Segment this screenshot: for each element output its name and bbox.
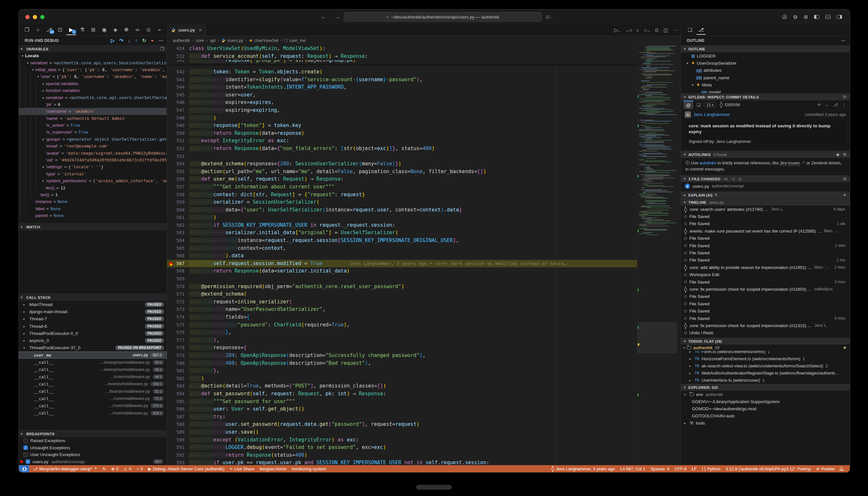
variable-row[interactable]: ▸special variables — [19, 80, 167, 87]
timeline-item[interactable]: File Saved — [681, 249, 850, 256]
code-line[interactable]: 577········), — [167, 337, 637, 344]
code-line[interactable]: 546············expires=expires, — [167, 99, 637, 107]
code-line[interactable]: 580············400: OpenApiResponse(desc… — [167, 360, 637, 367]
breadcrumb-item[interactable]: ⬡user_me — [284, 38, 306, 43]
code-editor[interactable]: 542········token: Token = Token.objects.… — [167, 45, 681, 465]
todos-header[interactable]: ▾TODOS: FLAT (39) — [681, 338, 850, 345]
code-line[interactable]: 585········"""Set password for user""" — [167, 398, 637, 406]
timeline-item[interactable]: File Saved — [681, 293, 850, 300]
sticky-line[interactable]: 512····def service_account(self, request… — [167, 52, 637, 60]
view-mode-icon[interactable]: ⊜ — [843, 176, 847, 181]
split-editor-icon[interactable]: ◫ — [664, 27, 668, 33]
step-back-icon[interactable]: ←○ — [625, 27, 631, 33]
activity-item-run-center[interactable]: ⊙ — [143, 25, 153, 35]
zoom-window-button[interactable] — [40, 15, 45, 19]
status-item-0[interactable]: ⊗0 — [109, 466, 121, 471]
variable-row[interactable]: ▾serializer=<authentik.core.api.users.Se… — [19, 59, 167, 66]
call-stack-header[interactable]: ▾CALL STACK — [19, 294, 167, 301]
todos-root-row[interactable]: ▾ authentik 39 — [681, 345, 850, 351]
code-line[interactable]: 568········return Response(data=serializ… — [167, 267, 637, 275]
settings-gear-icon[interactable]: ⚙ — [793, 14, 797, 20]
autolinks-settings-icon[interactable]: ⚙ — [843, 152, 847, 157]
outline-item-parent_name[interactable]: [@]parent_name — [681, 74, 850, 81]
status-item-jens-langhammer-3-years-ago[interactable]: Jens Langhammer, 3 years ago — [549, 466, 617, 471]
autolinks-diamond-icon[interactable]: ◆ — [836, 152, 839, 157]
variable-row[interactable]: len()=1 — [19, 191, 167, 198]
step-over-button[interactable]: ↷ — [119, 38, 123, 44]
timeline-item[interactable]: File Saved — [681, 307, 850, 314]
timeline-item[interactable]: File Saved1 wk — [681, 220, 850, 227]
status-item-python[interactable]: { }Python — [699, 466, 723, 471]
callstack-frame[interactable]: __call__…/brands/middleware.py31:1 — [19, 388, 167, 395]
record-icon[interactable]: ○ — [636, 27, 639, 33]
outline-item-UserGroupSerializer[interactable]: ▾❖UserGroupSerializer — [681, 59, 850, 66]
status-item-lifecycle-fix-debugger-setup[interactable]: ⎇lifecycle/fix-debugger-setup*⇡ — [31, 466, 99, 471]
code-line[interactable]: 556····def user_me(self, request: Reques… — [167, 175, 637, 183]
go-env-row[interactable]: ▾ env authentik — [681, 391, 850, 398]
callstack-frame[interactable]: __call__…/enterprise/middleware.py39:1 — [19, 366, 167, 373]
variable-row[interactable]: ▸'groups'=<generator object UserSelfSeri… — [19, 136, 167, 143]
status-item-monitoring-system[interactable]: monitoring-system — [290, 466, 328, 471]
history-forward-icon[interactable]: → — [335, 14, 340, 20]
breadcrumb-item[interactable]: api — [210, 38, 215, 43]
history-back-icon[interactable]: ← — [321, 14, 326, 20]
sticky-line[interactable]: 424class UserViewSet(UsedByMixin, ModelV… — [167, 45, 637, 52]
tab-users-py[interactable]: users.py × — [167, 25, 206, 36]
checkbox[interactable] — [24, 438, 28, 443]
code-line[interactable]: 590········except (ValidationError, Inte… — [167, 436, 637, 444]
timeline-item[interactable]: File Saved — [681, 300, 850, 307]
activity-item-search[interactable]: ⌕ — [33, 25, 43, 35]
variable-row[interactable]: ▾initial_data={'user': {'pk': 6, 'userna… — [19, 66, 167, 73]
toggle-primary-sidebar-icon[interactable] — [814, 15, 819, 19]
timeline-item[interactable]: Undo / Redo — [681, 329, 850, 337]
timeline-icon[interactable]: ⊙ — [654, 27, 659, 33]
timeline-item[interactable]: events: make sure password set event has… — [681, 227, 850, 234]
code-line[interactable]: 588············user.set_password(request… — [167, 421, 637, 429]
checkbox[interactable]: ✓ — [26, 459, 30, 464]
activity-item-github[interactable]: ◉ — [99, 25, 109, 35]
timeline-item[interactable]: File Saved3 mos — [681, 278, 850, 285]
callstack-frame[interactable]: __call__…/root/middleware.py275:1 — [19, 402, 167, 409]
outline-item-model[interactable]: [@]model — [681, 88, 850, 93]
callstack-frame[interactable]: __call__…/root/middleware.py318:1 — [19, 409, 167, 416]
toggle-panel-icon[interactable] — [825, 15, 831, 19]
graph-icon[interactable]: ⎇ — [833, 102, 838, 107]
code-line[interactable]: 561········) — [167, 214, 637, 221]
code-line[interactable]: 575················"password": CharField… — [167, 321, 637, 329]
status-item-lf[interactable]: LF — [689, 466, 699, 471]
variable-row[interactable]: 'type'='internal' — [19, 171, 167, 177]
variable-row[interactable]: ▸'system_permissions'=['access_admin_int… — [19, 177, 167, 184]
code-line[interactable]: 563············serializer.initial_data["… — [167, 229, 637, 237]
code-line[interactable]: 587········try: — [167, 413, 637, 421]
variable-row[interactable]: ▾Locals — [19, 52, 167, 59]
refresh-icon[interactable]: ↻ — [843, 94, 847, 99]
customize-layout-icon[interactable]: ⊞ — [804, 14, 808, 20]
code-line[interactable]: 593········if user.pk == request.user.pk… — [167, 459, 637, 465]
variable-row[interactable]: 'is_superuser'=True — [19, 129, 167, 136]
variable-row[interactable]: ▸function variables — [19, 87, 167, 94]
activity-item-azure[interactable]: ◈ — [110, 25, 120, 35]
code-line[interactable]: 582····) — [167, 375, 637, 383]
callstack-thread[interactable]: ▾ThreadPoolExecutor-37_0PAUSED ON BREAKP… — [19, 344, 167, 352]
variable-row[interactable]: 'username'='akadmin' — [19, 108, 167, 115]
todo-item[interactable]: ▸TSForm.ts (web/src/elements/forms)1 — [681, 351, 770, 355]
explorer-go-header[interactable]: ▾EXPLORER: GO — [681, 384, 850, 391]
code-line[interactable]: 548········) — [167, 114, 637, 122]
variable-row[interactable]: label=None — [19, 205, 167, 212]
variable-row[interactable]: parent=None — [19, 212, 167, 219]
variable-row[interactable]: 'name'='authentik Default Admin' — [19, 115, 167, 122]
code-line[interactable]: 551····except IntegrityError as exc: — [167, 137, 637, 145]
activity-item-live-share[interactable]: ∞ — [133, 25, 142, 35]
status-item-0[interactable]: ⚠0 — [122, 466, 134, 471]
continue-button[interactable]: ▷ — [111, 38, 115, 44]
status-item-beryjuio-home[interactable]: beryjuio-home — [257, 466, 289, 471]
minimize-window-button[interactable] — [33, 15, 37, 19]
minimap[interactable] — [637, 45, 677, 465]
variable-row[interactable]: 'uid'='49d24724dfa590a20fb5961e9c6673cd1… — [19, 157, 167, 164]
file-changed-header[interactable]: ▾1 FILE CHANGED +0 ~1 -0 ⊜ — [681, 175, 850, 182]
step-out-button[interactable]: ↑ — [135, 38, 138, 44]
timeline-header[interactable]: ▾TIMELINE users.py — [681, 199, 850, 206]
code-line[interactable]: 557········"""Get information about curr… — [167, 183, 637, 191]
copy-value-icon[interactable]: ❐ — [160, 46, 164, 51]
callstack-thread[interactable]: ▸Thread-6PAUSED — [19, 323, 167, 330]
